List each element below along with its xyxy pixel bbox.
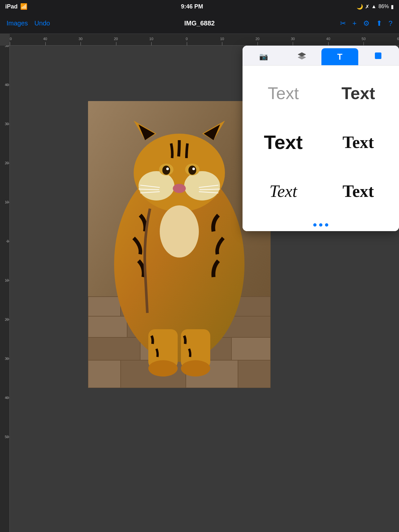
- tab-layers[interactable]: [283, 48, 320, 65]
- tab-text[interactable]: T: [321, 48, 358, 65]
- svg-rect-1: [88, 297, 121, 316]
- text-icon: T: [337, 52, 343, 62]
- popup-panel: 📷 T Text Text: [243, 46, 399, 231]
- bluetooth-icon: ✗: [365, 4, 369, 10]
- text-style-serif[interactable]: Text: [321, 118, 396, 167]
- add-button[interactable]: +: [352, 19, 357, 28]
- share-button[interactable]: ⬆: [376, 19, 382, 28]
- text-style-blackletter-label: Text: [343, 182, 374, 201]
- svg-point-24: [188, 166, 196, 175]
- text-style-bold[interactable]: Text: [321, 69, 396, 118]
- svg-rect-45: [375, 52, 381, 59]
- text-style-bold-label: Text: [341, 83, 375, 103]
- svg-rect-12: [231, 337, 271, 360]
- nav-left: Images Undo: [7, 20, 50, 27]
- page-dot-3[interactable]: [325, 223, 328, 227]
- svg-point-26: [192, 168, 195, 170]
- svg-marker-44: [298, 55, 306, 59]
- svg-point-41: [181, 360, 210, 377]
- text-style-semibold-label: Text: [264, 131, 303, 154]
- svg-point-27: [173, 184, 186, 193]
- svg-rect-13: [88, 360, 121, 388]
- svg-point-42: [160, 205, 199, 258]
- status-bar: iPad 📶 9:46 PM 🌙 ✗ ▲ 86% ▮: [0, 0, 399, 13]
- text-style-script-label: Text: [270, 182, 297, 201]
- moon-icon: 🌙: [357, 4, 363, 10]
- svg-point-23: [162, 166, 170, 175]
- status-right: 🌙 ✗ ▲ 86% ▮: [357, 4, 394, 10]
- back-button[interactable]: Images: [7, 20, 28, 27]
- horizontal-ruler: 50403020100102030405060: [10, 34, 399, 46]
- tab-color[interactable]: [360, 48, 396, 65]
- nav-title: IMG_6882: [184, 20, 214, 27]
- signal-icon: ▲: [371, 4, 377, 9]
- page-dot-2[interactable]: [319, 223, 322, 227]
- layers-icon: [297, 51, 306, 62]
- text-style-semibold[interactable]: Text: [246, 118, 321, 167]
- text-style-blackletter[interactable]: Text: [321, 167, 396, 215]
- nav-bar: Images Undo IMG_6882 ✂ + ⚙ ⬆ ?: [0, 13, 399, 34]
- battery-percent: 86%: [378, 4, 389, 9]
- settings-button[interactable]: ⚙: [363, 19, 370, 28]
- status-left: iPad 📶: [5, 3, 27, 10]
- svg-rect-16: [238, 360, 271, 388]
- color-icon: [374, 51, 383, 62]
- vertical-ruler: 504030201001020304050: [0, 46, 10, 532]
- page-dots: [243, 219, 399, 231]
- undo-button[interactable]: Undo: [35, 20, 50, 27]
- svg-rect-5: [88, 316, 127, 337]
- lasso-button[interactable]: ✂: [340, 19, 346, 28]
- svg-point-40: [148, 360, 178, 377]
- svg-rect-9: [88, 337, 140, 360]
- battery-icon: ▮: [391, 4, 394, 10]
- text-styles-grid: Text Text Text Text Text Text: [243, 66, 399, 219]
- text-style-serif-label: Text: [343, 133, 374, 152]
- tab-bar: 📷 T: [243, 46, 399, 66]
- text-style-light[interactable]: Text: [246, 69, 321, 118]
- page-dot-1[interactable]: [313, 223, 317, 227]
- svg-point-25: [166, 168, 169, 170]
- text-style-script[interactable]: Text: [246, 167, 321, 215]
- tab-camera[interactable]: 📷: [245, 48, 282, 65]
- camera-icon: 📷: [259, 52, 268, 61]
- help-button[interactable]: ?: [389, 19, 392, 28]
- device-label: iPad: [5, 3, 18, 10]
- wifi-icon: 📶: [20, 3, 27, 10]
- text-style-light-label: Text: [268, 83, 299, 103]
- status-time: 9:46 PM: [181, 3, 203, 10]
- nav-right: ✂ + ⚙ ⬆ ?: [340, 19, 392, 28]
